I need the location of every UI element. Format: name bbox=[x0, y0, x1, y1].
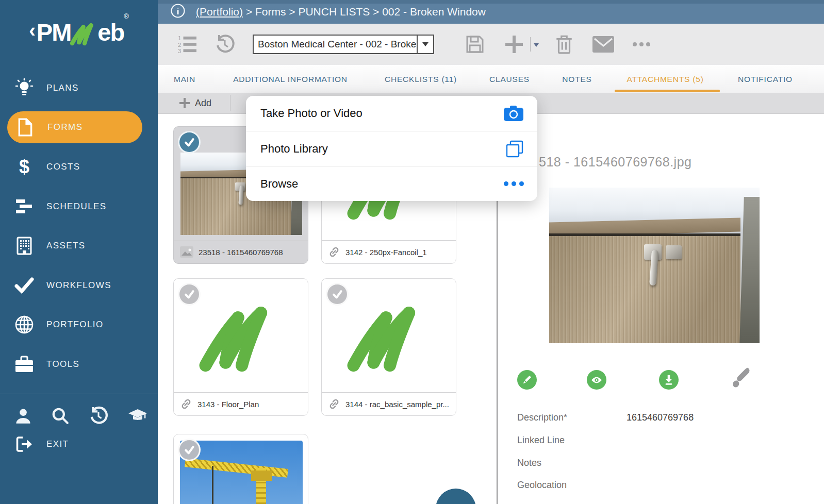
field-label-notes: Notes bbox=[517, 458, 541, 468]
view-attachment-button[interactable] bbox=[587, 370, 606, 390]
sidebar-item-label: COSTS bbox=[46, 162, 80, 172]
tab-additional-information[interactable]: ADDITIONAL INFORMATION bbox=[233, 75, 348, 84]
attachment-card[interactable]: 3143 - Floor_Plan bbox=[173, 278, 308, 416]
record-selector[interactable]: Boston Medical Center - 002 - Broke bbox=[253, 35, 434, 54]
camera-icon bbox=[503, 105, 524, 122]
building-icon bbox=[12, 237, 36, 255]
dollar-icon: $ bbox=[12, 158, 36, 176]
add-record-icon[interactable] bbox=[503, 24, 525, 65]
tab-main[interactable]: MAIN bbox=[174, 75, 195, 84]
unselected-check-icon[interactable] bbox=[178, 439, 201, 461]
tab-checklists[interactable]: CHECKLISTS (11) bbox=[385, 75, 457, 84]
lightbulb-icon bbox=[12, 78, 36, 98]
logo-w-icon bbox=[68, 21, 101, 48]
add-attachment-action-sheet: Take Photo or Video Photo Library Browse bbox=[246, 96, 537, 201]
sidebar-item-label: PORTFOLIO bbox=[46, 320, 104, 330]
action-sheet-item-take-photo[interactable]: Take Photo or Video bbox=[246, 96, 537, 131]
sidebar-item-label: WORKFLOWS bbox=[46, 280, 111, 291]
history-icon[interactable] bbox=[213, 24, 236, 65]
more-options-icon[interactable] bbox=[630, 24, 653, 65]
breadcrumb-portfolio-link[interactable]: (Portfolio) bbox=[196, 6, 243, 18]
pmweb-w-placeholder-icon bbox=[192, 300, 291, 379]
user-icon[interactable] bbox=[10, 403, 36, 429]
attachment-caption: 3143 - Floor_Plan bbox=[174, 392, 308, 415]
tab-notifications[interactable]: NOTIFICATIO bbox=[738, 75, 793, 84]
link-icon bbox=[328, 398, 340, 410]
breadcrumb-trail: > Forms > PUNCH LISTS > 002 - Broken Win… bbox=[246, 6, 486, 18]
attachment-detail-title: 518 - 1615460769768.jpg bbox=[539, 155, 692, 170]
plus-icon bbox=[178, 97, 191, 109]
sidebar-item-plans[interactable]: PLANS bbox=[0, 72, 158, 104]
graduation-cap-icon[interactable] bbox=[125, 403, 151, 429]
delete-icon[interactable] bbox=[553, 24, 575, 65]
attachment-caption: 23518 - 1615460769768 bbox=[174, 240, 308, 263]
sidebar-item-schedules[interactable]: SCHEDULES bbox=[0, 191, 158, 223]
sidebar-item-label: PLANS bbox=[46, 83, 79, 93]
sidebar: ‹ PM eb ® PLANS bbox=[0, 0, 158, 504]
edit-attachment-button[interactable] bbox=[517, 370, 537, 390]
history-icon[interactable] bbox=[86, 403, 111, 429]
pmweb-app: (Portfolio) > Forms > PUNCH LISTS > 002 … bbox=[0, 0, 824, 504]
sidebar-item-forms[interactable]: FORMS bbox=[7, 111, 142, 143]
sidebar-divider bbox=[0, 394, 158, 394]
action-sheet-label: Photo Library bbox=[260, 142, 328, 156]
pmweb-w-placeholder-icon bbox=[340, 300, 439, 379]
briefcase-icon bbox=[12, 356, 36, 373]
tab-attachments[interactable]: ATTACHMENTS (5) bbox=[627, 75, 703, 84]
action-sheet-label: Browse bbox=[260, 177, 298, 191]
attachment-caption: 3142 - 250px-Fancoil_1 bbox=[322, 240, 456, 263]
logo-text-pm: PM bbox=[37, 18, 71, 46]
attachment-preview-image[interactable] bbox=[549, 188, 760, 343]
floating-scroll-button[interactable] bbox=[436, 489, 476, 504]
sidebar-item-label: TOOLS bbox=[46, 359, 79, 369]
attachment-card[interactable]: 3144 - rac_basic_sample_pr... bbox=[321, 278, 456, 416]
globe-icon bbox=[12, 315, 36, 334]
sidebar-item-tools[interactable]: TOOLS bbox=[0, 348, 158, 380]
toolbar-separator bbox=[530, 37, 531, 52]
record-toolbar: 1 2 3 Boston Medical Center - 002 - Brok… bbox=[158, 24, 824, 65]
record-selector-dropdown-button[interactable] bbox=[417, 36, 433, 53]
tab-clauses[interactable]: CLAUSES bbox=[489, 75, 530, 84]
info-icon[interactable] bbox=[170, 3, 186, 21]
ordered-list-icon[interactable]: 1 2 3 bbox=[176, 24, 199, 65]
selected-check-icon[interactable] bbox=[178, 131, 201, 154]
unselected-check-icon[interactable] bbox=[178, 283, 201, 306]
sidebar-item-assets[interactable]: ASSETS bbox=[0, 230, 158, 262]
tab-notes[interactable]: NOTES bbox=[562, 75, 591, 84]
paintbrush-icon bbox=[727, 366, 752, 391]
attachment-caption-text: 3143 - Floor_Plan bbox=[197, 400, 259, 409]
checkmark-icon bbox=[12, 277, 36, 294]
sidebar-item-exit[interactable]: EXIT bbox=[0, 432, 158, 457]
download-attachment-button[interactable] bbox=[659, 370, 679, 390]
attachment-caption-text: 3142 - 250px-Fancoil_1 bbox=[345, 248, 427, 257]
svg-text:1: 1 bbox=[178, 36, 181, 41]
action-sheet-item-browse[interactable]: Browse bbox=[246, 166, 537, 201]
sidebar-item-label: FORMS bbox=[47, 122, 83, 132]
attachment-card[interactable] bbox=[173, 434, 308, 504]
download-icon bbox=[663, 374, 674, 385]
action-sheet-item-photo-library[interactable]: Photo Library bbox=[246, 131, 537, 166]
breadcrumb-bar: (Portfolio) > Forms > PUNCH LISTS > 002 … bbox=[158, 0, 824, 24]
field-value-description[interactable]: 1615460769768 bbox=[627, 412, 694, 423]
search-icon[interactable] bbox=[47, 403, 73, 429]
logo-text-eb: eb bbox=[97, 18, 124, 46]
sidebar-item-label: EXIT bbox=[46, 439, 69, 449]
add-attachment-button[interactable]: Add bbox=[178, 93, 211, 113]
svg-text:3: 3 bbox=[178, 48, 181, 53]
exit-icon bbox=[12, 436, 36, 452]
attachment-caption: 3144 - rac_basic_sample_pr... bbox=[322, 392, 456, 415]
svg-text:2: 2 bbox=[178, 42, 181, 48]
save-icon[interactable] bbox=[464, 24, 486, 65]
pmweb-logo[interactable]: ‹ PM eb ® bbox=[0, 7, 158, 57]
attachment-caption-text: 23518 - 1615460769768 bbox=[199, 248, 283, 257]
sidebar-item-portfolio[interactable]: PORTFOLIO bbox=[0, 309, 158, 341]
sidebar-item-costs[interactable]: $ COSTS bbox=[0, 151, 158, 183]
mail-icon[interactable] bbox=[591, 24, 615, 65]
sidebar-item-workflows[interactable]: WORKFLOWS bbox=[0, 270, 158, 301]
unselected-check-icon[interactable] bbox=[326, 283, 349, 306]
add-record-caret-icon[interactable] bbox=[534, 43, 539, 47]
collapse-chevron-icon[interactable]: ‹ bbox=[29, 20, 36, 42]
breadcrumb: (Portfolio) > Forms > PUNCH LISTS > 002 … bbox=[196, 6, 486, 18]
markup-brush-button[interactable] bbox=[727, 366, 752, 391]
add-attachment-label: Add bbox=[195, 98, 211, 109]
